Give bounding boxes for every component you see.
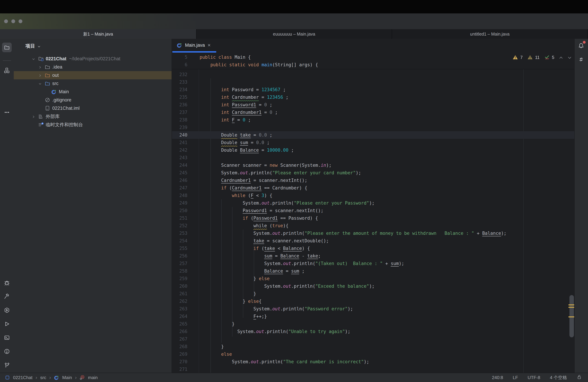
code-line-242[interactable]: 242 Double Balance = 10000.00 ; [172,146,574,154]
caret-position[interactable]: 240:8 [492,375,503,380]
commit-tool-icon[interactable] [2,66,12,75]
zoom-window-button[interactable] [19,19,22,23]
unlock-icon[interactable] [577,374,582,381]
editor-scrollbar[interactable] [569,295,574,337]
code-line-248[interactable]: 248 while (F < 3) { [172,192,574,199]
chevron-down-icon[interactable] [38,82,42,85]
code-line-256[interactable]: 256 sum = Balance - take; [172,252,574,260]
next-problem-icon[interactable] [567,55,571,60]
code-line-254[interactable]: 254 take = scanner.nextDouble(); [172,237,574,245]
breadcrumb-class[interactable]: Main [62,375,72,380]
breadcrumb-project[interactable]: 0221Chat [13,375,33,380]
code-line-263[interactable]: 263 System.out.println("Password error")… [172,305,574,313]
code-text: System.out.println("Exceed the balance")… [200,282,375,290]
warning-stripe-mark[interactable] [568,304,574,306]
breadcrumb-src[interactable]: src [40,375,46,380]
code-line-232[interactable]: 232 [172,71,574,78]
run-tool-icon[interactable] [2,319,12,329]
code-line-239[interactable]: 239 [172,124,574,131]
chevron-down-icon[interactable] [32,57,35,61]
code-line-238[interactable]: 238 int F = 0 ; [172,116,574,124]
warning-stripe-mark[interactable] [568,316,574,317]
tree-item-外部库[interactable]: 外部库 [14,112,172,121]
code-line-252[interactable]: 252 while (true){ [172,222,574,229]
code-line-241[interactable]: 241 Double sum = 0.0 ; [172,139,574,146]
chevron-right-icon[interactable] [38,65,42,69]
code-line-261[interactable]: 261 } [172,290,574,298]
minimize-window-button[interactable] [11,19,15,23]
project-panel-header[interactable]: 项目 [25,42,41,50]
code-line-240[interactable]: 240 Double take = 0.0 ; [172,131,574,139]
warning-stripe-mark[interactable] [568,307,574,308]
tree-item-Main[interactable]: Main [14,88,172,96]
problems-tool-icon[interactable] [2,347,12,356]
code-line-250[interactable]: 250 Password1 = scanner.nextInt(); [172,207,574,214]
code-line-243[interactable]: 243 [172,154,574,161]
breadcrumb-separator: › [36,375,37,380]
code-line-255[interactable]: 255 if (take < Balance) { [172,245,574,252]
code-line-251[interactable]: 251 if (Password1 == Password) { [172,214,574,222]
window-tab-3[interactable]: untitled1 – Main.java [392,29,588,39]
tree-item-src[interactable]: src [14,79,172,88]
code-line-246[interactable]: 246 Cardnumber1 = scanner.nextInt(); [172,177,574,184]
code-line-260[interactable]: 260 System.out.println("Exceed the balan… [172,282,574,290]
code-line-249[interactable]: 249 System.out.println("Please enter you… [172,199,574,207]
close-window-button[interactable] [4,19,8,23]
code-line-265[interactable]: 265 } [172,320,574,328]
code-line-259[interactable]: 259 } else [172,275,574,282]
inspections-widget[interactable]: 7 11 5 [513,54,571,61]
tree-item-.idea[interactable]: .idea [14,63,172,71]
more-tools-icon[interactable] [2,108,12,117]
breadcrumb-method[interactable]: main [88,375,98,380]
tree-item-out[interactable]: out [14,71,172,79]
debug-tool-icon[interactable] [2,278,12,287]
line-ending[interactable]: LF [513,375,518,380]
code-line-236[interactable]: 236 int Password1 = 0 ; [172,101,574,109]
editor-area[interactable]: Main.java × 5public class Main {6 public… [172,39,574,373]
code-text: F++;} [200,313,267,320]
code-line-258[interactable]: 258 Balance = sum ; [172,267,574,275]
code-line-266[interactable]: 266 System.out.println("Unable to try ag… [172,328,574,335]
code-line-264[interactable]: 264 F++;} [172,313,574,320]
code-line-270[interactable]: 270 System.out.println("The card number … [172,358,574,365]
terminal-tool-icon[interactable] [2,333,12,343]
code-line-253[interactable]: 253 System.out.println("Please enter the… [172,229,574,237]
code-line-269[interactable]: 269 else [172,350,574,358]
line-number: 242 [172,146,188,154]
line-number: 256 [172,252,188,260]
tree-item-0221Chat.iml[interactable]: 0221Chat.iml [14,104,172,112]
code-line-268[interactable]: 268 } [172,343,574,350]
window-tab-1[interactable]: 新1 – Main.java [0,29,196,39]
project-tool-icon[interactable] [2,43,12,52]
code-line-235[interactable]: 235 int Cardnumber = 123456 ; [172,94,574,101]
prev-problem-icon[interactable] [558,55,563,60]
code-line-257[interactable]: 257 System.out.println("(Taken out) Bala… [172,260,574,267]
editor-tab-main-java[interactable]: Main.java × [173,39,215,52]
code-line-234[interactable]: 234 int Password = 1234567 ; [172,86,574,94]
window-tab-2[interactable]: euuuuuuu – Main.java [196,29,392,39]
passed-count: 5 [552,55,554,60]
code-line-262[interactable]: 262 } else{ [172,298,574,305]
tree-item-临时文件和控制台[interactable]: 临时文件和控制台 [14,121,172,129]
window-controls[interactable] [4,19,22,23]
close-tab-icon[interactable]: × [208,42,211,48]
chevron-right-icon[interactable] [38,73,42,77]
code-line-267[interactable]: 267 [172,335,574,343]
git-tool-icon[interactable] [2,360,12,370]
code-line-245[interactable]: 245 System.out.println("Please enter you… [172,169,574,177]
indent-style[interactable]: 4 个空格 [550,375,567,381]
code-line-233[interactable]: 233 [172,78,574,86]
code-line-271[interactable]: 271 [172,365,574,373]
code-line-6[interactable]: 6 public static void main(String[] args)… [172,61,574,69]
code-line-247[interactable]: 247 if (Cardnumber1 == Cardnumber) { [172,184,574,192]
tree-item-.gitignore[interactable]: .gitignore [14,96,172,104]
notifications-bell-icon[interactable] [576,41,586,51]
code-line-237[interactable]: 237 int Cardnumber1 = 0 ; [172,109,574,116]
tree-item-0221Chat[interactable]: 0221Chat~/IdeaProjects/0221Chat [14,55,172,63]
chevron-right-icon[interactable] [32,115,35,118]
code-line-244[interactable]: 244 Scanner scanner = new Scanner(System… [172,161,574,169]
services-tool-icon[interactable] [2,306,12,315]
file-encoding[interactable]: UTF-8 [528,375,540,380]
ai-assistant-icon[interactable] [576,55,586,64]
build-tool-icon[interactable] [2,292,12,301]
